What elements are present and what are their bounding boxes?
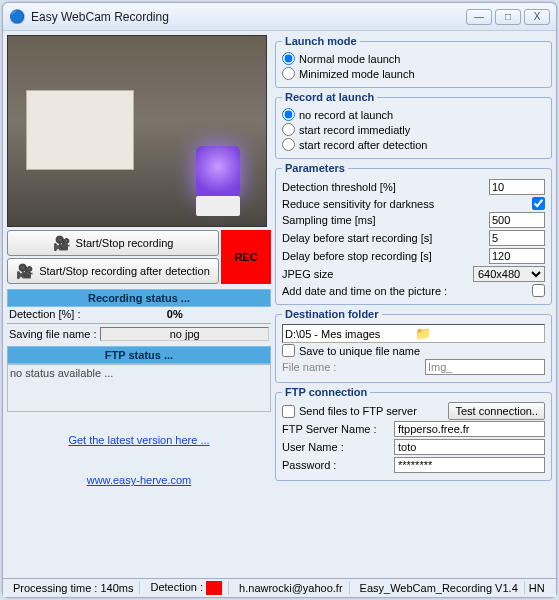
folder-browse-icon[interactable]: 📁 [415, 326, 542, 341]
record-after-input[interactable] [282, 138, 295, 151]
record-launch-legend: Record at launch [282, 91, 377, 103]
processing-time: Processing time : 140ms [7, 582, 140, 594]
ftp-group: FTP connection Send files to FTP server … [275, 386, 552, 481]
save-unique-checkbox[interactable] [282, 344, 295, 357]
filename-label: File name : [282, 361, 425, 373]
ftp-user-label: User Name : [282, 441, 390, 453]
delay-before-label: Delay before start recording [s] [282, 232, 489, 244]
adddate-label: Add date and time on the picture : [282, 285, 532, 297]
sampling-input[interactable] [489, 212, 545, 228]
status-email: h.nawrocki@yahoo.fr [233, 582, 350, 594]
status-author: HN [529, 582, 545, 594]
record-launch-group: Record at launch no record at launch sta… [275, 91, 552, 159]
destination-legend: Destination folder [282, 308, 382, 320]
webcam-preview [7, 35, 267, 227]
reduce-label: Reduce sensitivity for darkness [282, 198, 532, 210]
minimize-button[interactable]: — [466, 9, 492, 25]
start-stop-label: Start/Stop recording [76, 237, 174, 249]
launch-min-radio[interactable]: Minimized mode launch [282, 66, 545, 81]
detection-pct-label: Detection [%] : [9, 308, 81, 320]
record-none-radio[interactable]: no record at launch [282, 107, 545, 122]
rec-label: REC [234, 251, 257, 263]
record-none-label: no record at launch [299, 109, 393, 121]
parameters-legend: Parameters [282, 162, 348, 174]
ftp-send-checkbox[interactable] [282, 405, 295, 418]
start-stop-recording-button[interactable]: 🎥 Start/Stop recording [7, 230, 219, 256]
adddate-checkbox[interactable] [532, 284, 545, 297]
record-immed-radio[interactable]: start record immediatly [282, 122, 545, 137]
sampling-label: Sampling time [ms] [282, 214, 489, 226]
jpeg-size-label: JPEG size [282, 268, 473, 280]
delay-before-input[interactable] [489, 230, 545, 246]
reduce-checkbox[interactable] [532, 197, 545, 210]
latest-version-link[interactable]: Get the latest version here ... [7, 434, 271, 446]
parameters-group: Parameters Detection threshold [%] Reduc… [275, 162, 552, 305]
status-bar: Processing time : 140ms Detection : h.na… [3, 578, 556, 597]
test-connection-button[interactable]: Test connection.. [448, 402, 545, 420]
recording-status-header: Recording status ... [7, 289, 271, 307]
save-unique-row[interactable]: Save to unique file name [282, 343, 545, 358]
start-stop-detection-button[interactable]: 🎥 Start/Stop recording after detection [7, 258, 219, 284]
status-version: Easy_WebCam_Recording V1.4 [354, 582, 525, 594]
record-after-label: start record after detection [299, 139, 427, 151]
destination-path-row[interactable]: D:\05 - Mes images 📁 [282, 324, 545, 343]
threshold-label: Detection threshold [%] [282, 181, 489, 193]
launch-normal-input[interactable] [282, 52, 295, 65]
record-immed-label: start record immediatly [299, 124, 410, 136]
ftp-pass-label: Password : [282, 459, 390, 471]
status-detection-text: Detection : [150, 581, 203, 593]
launch-min-label: Minimized mode launch [299, 68, 415, 80]
saving-file-value: no jpg [100, 327, 269, 341]
delay-stop-label: Delay before stop recording [s] [282, 250, 489, 262]
record-none-input[interactable] [282, 108, 295, 121]
detection-pct-value: 0% [81, 308, 269, 320]
save-unique-label: Save to unique file name [299, 345, 420, 357]
launch-min-input[interactable] [282, 67, 295, 80]
record-after-radio[interactable]: start record after detection [282, 137, 545, 152]
titlebar: 🔵 Easy WebCam Recording — □ X [3, 3, 556, 31]
record-immed-input[interactable] [282, 123, 295, 136]
launch-mode-legend: Launch mode [282, 35, 360, 47]
launch-normal-radio[interactable]: Normal mode launch [282, 51, 545, 66]
ftp-user-input[interactable] [394, 439, 545, 455]
ftp-pass-input[interactable] [394, 457, 545, 473]
ftp-legend: FTP connection [282, 386, 370, 398]
camera-icon: 🎥 [53, 235, 70, 251]
destination-group: Destination folder D:\05 - Mes images 📁 … [275, 308, 552, 383]
camera-detect-icon: 🎥 [16, 263, 33, 279]
ftp-status-header: FTP status ... [7, 346, 271, 364]
ftp-send-label: Send files to FTP server [299, 405, 444, 417]
ftp-server-label: FTP Server Name : [282, 423, 390, 435]
website-link[interactable]: www.easy-herve.com [7, 474, 271, 486]
destination-path: D:\05 - Mes images [285, 328, 412, 340]
maximize-button[interactable]: □ [495, 9, 521, 25]
status-detection-label: Detection : [144, 581, 229, 595]
ftp-status-box: no status available ... [7, 364, 271, 412]
close-button[interactable]: X [524, 9, 550, 25]
app-icon: 🔵 [9, 9, 25, 24]
start-stop-det-label: Start/Stop recording after detection [39, 265, 210, 277]
jpeg-size-select[interactable]: 640x480 [473, 266, 545, 282]
ftp-status-text: no status available ... [10, 367, 113, 379]
launch-mode-group: Launch mode Normal mode launch Minimized… [275, 35, 552, 88]
window-title: Easy WebCam Recording [31, 10, 466, 24]
rec-indicator[interactable]: REC [221, 230, 271, 284]
detection-indicator-icon [206, 581, 222, 595]
ftp-server-input[interactable] [394, 421, 545, 437]
threshold-input[interactable] [489, 179, 545, 195]
delay-stop-input[interactable] [489, 248, 545, 264]
launch-normal-label: Normal mode launch [299, 53, 401, 65]
filename-input[interactable] [425, 359, 545, 375]
saving-file-label: Saving file name : [9, 328, 96, 340]
